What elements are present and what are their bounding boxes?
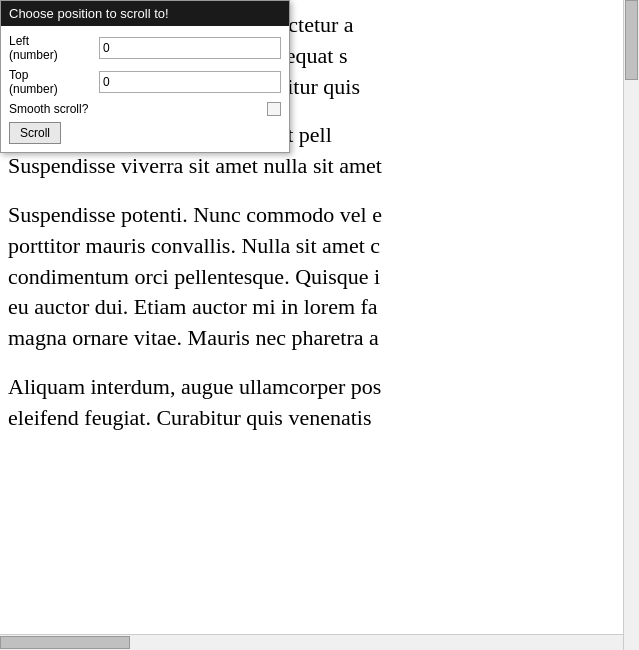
- left-label: Left(number): [9, 34, 99, 62]
- scroll-button[interactable]: Scroll: [9, 122, 61, 144]
- content-para-4: Aliquam interdum, augue ullamcorper pos …: [8, 372, 639, 434]
- top-input[interactable]: [99, 71, 281, 93]
- smooth-scroll-label: Smooth scroll?: [9, 102, 267, 116]
- content-para-3: Suspendisse potenti. Nunc commodo vel e …: [8, 200, 639, 354]
- vertical-scrollbar-track[interactable]: [623, 0, 639, 650]
- top-row: Top(number): [9, 68, 281, 96]
- horizontal-scrollbar-track[interactable]: [0, 634, 623, 650]
- left-input[interactable]: [99, 37, 281, 59]
- vertical-scrollbar-thumb[interactable]: [625, 0, 638, 80]
- popup-header: Choose position to scroll to!: [1, 1, 289, 26]
- popup-body: Left(number) Top(number) Smooth scroll? …: [1, 26, 289, 152]
- horizontal-scrollbar-thumb[interactable]: [0, 636, 130, 649]
- smooth-scroll-checkbox[interactable]: [267, 102, 281, 116]
- scroll-btn-row: Scroll: [9, 122, 281, 144]
- smooth-scroll-row: Smooth scroll?: [9, 102, 281, 116]
- scroll-position-popup: Choose position to scroll to! Left(numbe…: [0, 0, 290, 153]
- left-row: Left(number): [9, 34, 281, 62]
- top-label: Top(number): [9, 68, 99, 96]
